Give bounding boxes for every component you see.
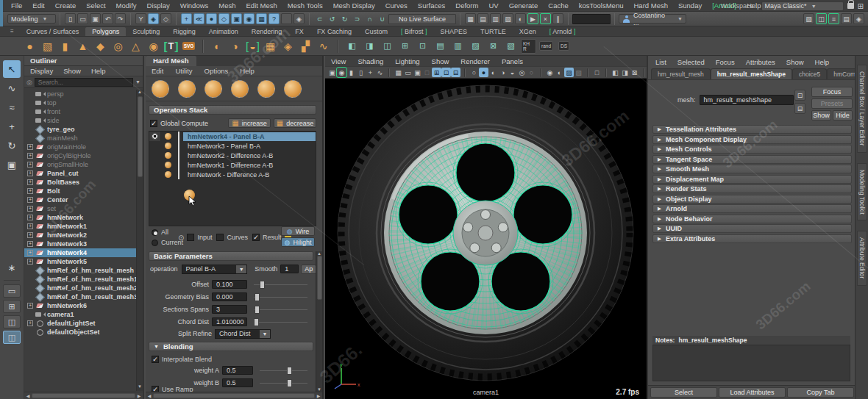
shelf-tab[interactable]: FX Caching <box>310 27 358 36</box>
weight-slider[interactable] <box>260 370 307 371</box>
expand-plus-icon[interactable]: + <box>27 206 33 212</box>
pane-layout-a-icon[interactable]: ◧ <box>611 68 620 77</box>
occlusion-icon[interactable]: ◎ <box>517 68 527 77</box>
open-scene-icon[interactable]: ▭ <box>77 13 88 24</box>
select-component-icon[interactable]: ◇ <box>160 13 171 24</box>
multi-cut-icon[interactable]: ▞ <box>298 38 313 54</box>
cut-render-icon[interactable]: × <box>540 13 551 24</box>
hm-intersect-icon[interactable] <box>284 80 302 98</box>
operator-row[interactable]: hmNetwork - Difference A-B <box>149 170 316 179</box>
menu-item[interactable]: Show <box>432 57 449 65</box>
layout-four-pane-icon[interactable]: ⊞ <box>3 300 21 313</box>
sequence-render-icon[interactable]: ▶ <box>527 13 538 24</box>
operator-row[interactable]: hmNetwork3 - Panel B-A <box>149 141 316 151</box>
menu-item[interactable]: Panels <box>502 57 523 65</box>
interpolate-blend-checkbox[interactable] <box>152 356 159 363</box>
new-scene-icon[interactable]: ▯ <box>65 13 76 24</box>
smooth-field[interactable]: 1 <box>280 265 299 273</box>
live-curve-icon[interactable]: ∪ <box>377 13 388 24</box>
motion-blur-icon[interactable]: ○ <box>527 68 536 77</box>
menu-item[interactable]: kosToolsMenu <box>574 1 629 10</box>
viewport-canvas[interactable]: y x camera1 2.7 fps <box>325 79 647 399</box>
shelf-tab[interactable]: XGen <box>513 27 543 36</box>
pen-icon[interactable]: ∿ <box>316 38 331 54</box>
history-forward-icon[interactable]: ↻ <box>339 13 350 24</box>
textured-toggle-icon[interactable]: ◐ <box>555 68 564 77</box>
list-item[interactable]: + set <box>24 204 137 213</box>
menu-item[interactable]: Sunday <box>673 1 707 10</box>
footer-button[interactable]: Load Attributes <box>719 387 786 398</box>
list-item[interactable]: + hmNetwork2 <box>24 231 137 240</box>
construction-history-icon[interactable]: ⊂ <box>314 13 325 24</box>
resolution-gate-icon[interactable]: ▣ <box>413 68 422 77</box>
apply-button[interactable]: Ap <box>301 265 316 274</box>
menu-item[interactable]: Shading <box>357 57 383 65</box>
list-item[interactable]: + Center <box>24 195 137 204</box>
bridge-icon[interactable]: ◫ <box>380 38 395 54</box>
mesh-name-field[interactable]: hm_result_meshShape <box>700 95 794 105</box>
select-object-icon[interactable]: ◈ <box>148 13 159 24</box>
hardmesh-tab[interactable]: Hard Mesh <box>146 56 196 66</box>
list-item[interactable]: + origSmallHole <box>24 160 137 169</box>
slider-handle[interactable] <box>254 318 259 326</box>
shelf-tab[interactable]: TURTLE <box>474 27 513 36</box>
param-slider[interactable] <box>254 322 307 323</box>
menu-item[interactable]: Surfaces <box>413 1 451 10</box>
menu-item[interactable]: Select <box>81 1 110 10</box>
attribute-section-bar[interactable]: ▶ Smooth Mesh <box>652 165 852 173</box>
scale-tool-icon[interactable]: ▣ <box>3 156 21 173</box>
poly-cone-icon[interactable]: ▲ <box>75 38 90 54</box>
attribute-section-bar[interactable]: ▶ Displacement Map <box>652 175 852 184</box>
list-item[interactable]: + Panel_cut <box>24 169 137 178</box>
menubar-grid-icon[interactable]: ⊞ <box>858 2 864 10</box>
menu-item[interactable]: List <box>655 58 666 66</box>
attribute-section-bar[interactable]: ▶ Extra Attributes <box>652 234 852 243</box>
poly-sphere-icon[interactable]: ● <box>22 38 38 54</box>
scroll-right-icon[interactable]: ▶ <box>135 393 143 398</box>
live-surface-field[interactable]: No Live Surface <box>388 14 456 24</box>
poly-cube-icon[interactable]: ▧ <box>40 38 55 54</box>
chevron-down-icon[interactable]: ▼ <box>135 79 140 85</box>
operator-row[interactable]: hmNetwork2 - Difference A-B <box>149 151 316 160</box>
expand-plus-icon[interactable]: + <box>27 241 33 247</box>
mirror-icon[interactable]: ◧ <box>344 38 360 54</box>
render-view-icon[interactable]: ▦ <box>465 13 476 24</box>
shelf-separator[interactable] <box>202 40 204 53</box>
lock-selection-icon[interactable] <box>281 13 292 24</box>
expand-plus-icon[interactable]: + <box>27 170 33 176</box>
param-slider[interactable] <box>254 309 307 310</box>
show-button[interactable]: Show <box>811 110 831 121</box>
menu-item[interactable]: Display <box>30 67 53 75</box>
kh-r-tool-icon[interactable]: KH R <box>521 38 536 54</box>
poly-plane-icon[interactable]: ◆ <box>93 38 108 54</box>
humanik-toggle-icon[interactable]: ◫ <box>816 13 827 24</box>
expand-plus-icon[interactable]: + <box>27 259 33 265</box>
vp-separator[interactable] <box>587 68 588 77</box>
menu-item[interactable]: Selected <box>677 58 705 66</box>
select-hierarchy-icon[interactable]: Y <box>135 13 146 24</box>
tool-settings-toggle-icon[interactable]: ◈ <box>853 13 864 24</box>
param-value-field[interactable]: 0.000 <box>212 292 247 301</box>
axis-orientation-icon[interactable]: ∗ <box>3 259 21 276</box>
slider-handle[interactable] <box>255 306 260 314</box>
lasso-tool-icon[interactable]: ∿ <box>3 79 21 97</box>
smooth-icon[interactable]: ▤ <box>433 38 448 54</box>
user-account-select[interactable]: Costantino ... ▼ <box>619 14 686 24</box>
ipr-render-icon[interactable]: ▤ <box>477 13 488 24</box>
expand-plus-icon[interactable]: + <box>27 197 33 203</box>
weight-slider[interactable] <box>260 383 307 384</box>
menu-item[interactable]: Mesh Display <box>328 1 380 10</box>
dock-tab[interactable]: Modeling Toolkit <box>857 163 867 221</box>
current-radio[interactable] <box>152 240 158 246</box>
node-tab[interactable]: hm_result_mesh <box>651 68 711 79</box>
hm-panel-icon[interactable] <box>204 80 222 98</box>
shelf-tab[interactable]: Polygons <box>85 27 126 36</box>
hardmesh-vscrollbar[interactable]: ▲ ▼ <box>316 251 322 392</box>
slider-handle[interactable] <box>260 281 265 289</box>
list-item[interactable]: + camera1 <box>24 310 137 319</box>
attribute-editor-toggle-icon[interactable]: ▤ <box>841 13 852 24</box>
2d-pan-zoom-icon[interactable]: + <box>366 68 375 77</box>
pause-icon[interactable]: ∥ <box>552 13 563 24</box>
bookmark-icon[interactable]: ▮ <box>346 68 356 77</box>
list-item[interactable]: + side <box>24 116 137 125</box>
